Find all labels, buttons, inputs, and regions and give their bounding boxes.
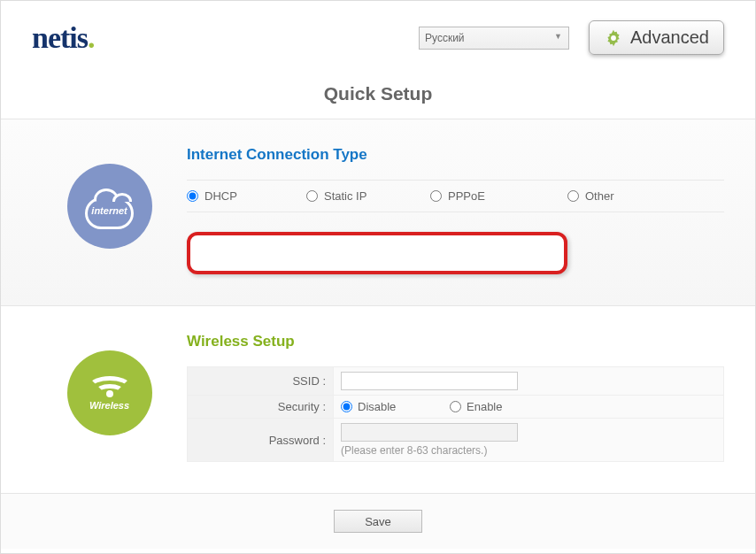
save-button[interactable]: Save: [334, 510, 422, 533]
radio-dhcp[interactable]: DHCP: [187, 189, 306, 203]
security-label: Security :: [188, 396, 334, 419]
logo: netis.: [32, 21, 95, 55]
radio-static-ip[interactable]: Static IP: [306, 189, 430, 203]
header: netis. Русский Advanced: [1, 1, 755, 71]
wireless-form: SSID : Security : Disable Enable Passwor…: [187, 366, 724, 462]
wifi-icon: [88, 376, 132, 397]
wireless-title: Wireless Setup: [187, 333, 724, 350]
language-select[interactable]: Русский: [419, 27, 569, 50]
radio-pppoe[interactable]: PPPoE: [430, 189, 567, 203]
ssid-label: SSID :: [188, 367, 334, 396]
internet-title: Internet Connection Type: [187, 146, 724, 164]
wireless-icon: Wireless: [67, 350, 152, 435]
radio-other[interactable]: Other: [567, 189, 724, 203]
language-select-wrap: Русский: [419, 27, 569, 50]
footer: Save: [1, 494, 755, 549]
page-title: Quick Setup: [1, 71, 755, 119]
internet-icon: internet: [67, 164, 152, 249]
connection-type-row: DHCP Static IP PPPoE Other: [187, 180, 724, 212]
highlight-box: [187, 232, 567, 274]
password-input[interactable]: [341, 423, 518, 442]
internet-section: internet Internet Connection Type DHCP S…: [1, 119, 755, 306]
svg-point-1: [611, 35, 616, 41]
advanced-button[interactable]: Advanced: [589, 20, 724, 55]
ssid-input[interactable]: [341, 372, 518, 390]
wireless-section: Wireless Wireless Setup SSID : Security …: [1, 306, 755, 494]
password-hint: (Please enter 8-63 characters.): [341, 444, 716, 457]
radio-security-disable[interactable]: [341, 401, 352, 412]
radio-security-enable[interactable]: [450, 401, 461, 412]
password-label: Password :: [188, 419, 334, 462]
gear-icon: [604, 28, 623, 48]
advanced-label: Advanced: [630, 27, 709, 48]
